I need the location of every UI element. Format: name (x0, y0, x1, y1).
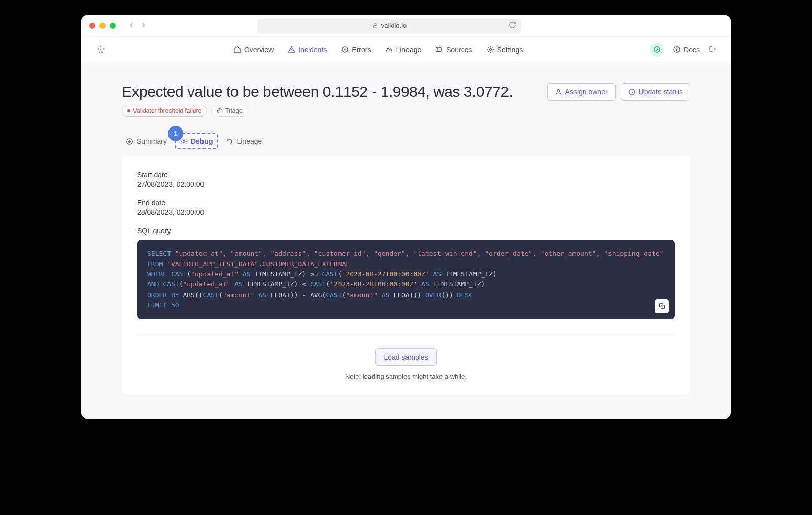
update-status-button[interactable]: Update status (621, 83, 690, 101)
reload-icon[interactable] (509, 21, 516, 30)
tab-lineage[interactable]: Lineage (222, 134, 266, 148)
svg-point-9 (441, 47, 442, 49)
nav-center: Overview Incidents Errors Lineage Source… (233, 46, 523, 54)
badge-failure: Validator threshold failure (122, 105, 207, 117)
debug-panel: Start date 27/08/2023, 02:00:00 End date… (122, 156, 690, 395)
status-indicator[interactable] (650, 43, 664, 57)
callout-badge: 1 (168, 126, 183, 141)
update-status-label: Update status (639, 88, 683, 96)
badge-triage-label: Triage (225, 107, 243, 114)
start-date-label: Start date (137, 171, 675, 179)
plus-circle-icon (126, 138, 133, 145)
nav-overview-label: Overview (244, 46, 274, 54)
badges-row: Validator threshold failure Triage (122, 105, 513, 117)
copy-icon (658, 302, 666, 310)
tab-debug-label: Debug (191, 137, 213, 145)
svg-point-12 (489, 49, 491, 51)
svg-point-6 (101, 51, 103, 53)
clock-icon (628, 88, 636, 96)
svg-point-5 (99, 51, 100, 53)
app-topnav: Overview Incidents Errors Lineage Source… (81, 37, 731, 63)
svg-point-1 (100, 45, 102, 47)
window-titlebar: validio.io (81, 15, 731, 37)
dot-icon (127, 109, 130, 112)
tab-lineage-label: Lineage (236, 137, 262, 145)
header-actions: Assign owner Update status (547, 83, 690, 101)
back-button[interactable] (128, 21, 136, 30)
nav-right: Docs (650, 43, 717, 57)
svg-point-3 (103, 48, 105, 49)
tab-summary[interactable]: Summary (122, 134, 171, 148)
sources-icon (435, 46, 443, 53)
browser-nav-arrows (128, 21, 147, 30)
nav-settings[interactable]: Settings (487, 46, 523, 54)
tab-summary-label: Summary (137, 137, 167, 145)
nav-overview[interactable]: Overview (233, 46, 274, 54)
svg-point-17 (557, 89, 560, 92)
nav-incidents[interactable]: Incidents (288, 46, 327, 54)
lineage-icon (226, 138, 233, 145)
nav-lineage[interactable]: Lineage (385, 46, 421, 54)
end-date-value: 28/08/2023, 02:00:00 (137, 208, 675, 216)
gear-icon (487, 46, 494, 53)
error-icon (341, 46, 349, 53)
clock-icon (217, 108, 223, 114)
badge-failure-label: Validator threshold failure (133, 107, 201, 114)
tab-debug[interactable]: 1 Debug (175, 133, 218, 149)
svg-point-8 (437, 47, 438, 49)
check-icon (653, 46, 661, 53)
nav-sources-label: Sources (446, 46, 472, 54)
info-icon (673, 46, 681, 53)
traffic-lights (89, 23, 116, 29)
svg-point-11 (441, 51, 442, 52)
svg-point-15 (127, 109, 130, 112)
svg-point-4 (100, 49, 102, 50)
lineage-icon (385, 46, 393, 53)
minimize-window[interactable] (99, 23, 106, 29)
assign-owner-button[interactable]: Assign owner (547, 83, 616, 101)
copy-sql-button[interactable] (655, 299, 669, 313)
page-header: Expected value to be between 0.1152 - 1.… (122, 83, 690, 117)
page-title: Expected value to be between 0.1152 - 1.… (122, 83, 513, 101)
svg-point-21 (227, 139, 229, 140)
lock-icon (372, 23, 378, 29)
load-note: Note: loading samples might take a while… (137, 373, 675, 380)
page-content: Expected value to be between 0.1152 - 1.… (81, 63, 731, 419)
browser-window: validio.io Overview Incidents Errors (81, 15, 731, 419)
user-icon (555, 88, 562, 96)
start-date-value: 27/08/2023, 02:00:00 (137, 180, 675, 188)
load-section: Load samples Note: loading samples might… (137, 348, 675, 380)
app-logo[interactable] (95, 44, 107, 55)
sql-label: SQL query (137, 227, 675, 235)
maximize-window[interactable] (110, 23, 116, 29)
end-date-label: End date (137, 199, 675, 207)
detail-tabs: Summary 1 Debug Lineage (122, 133, 690, 149)
close-window[interactable] (89, 23, 95, 29)
home-icon (233, 46, 241, 53)
badge-triage: Triage (211, 105, 248, 117)
nav-incidents-label: Incidents (298, 46, 327, 54)
nav-sources[interactable]: Sources (435, 46, 472, 54)
logout-icon[interactable] (709, 45, 717, 54)
warning-icon (288, 46, 295, 53)
divider (137, 334, 675, 334)
svg-point-20 (183, 140, 185, 142)
nav-settings-label: Settings (497, 46, 523, 54)
nav-docs-label: Docs (684, 46, 700, 54)
nav-lineage-label: Lineage (396, 46, 421, 54)
nav-errors-label: Errors (352, 46, 371, 54)
sql-codeblock: SELECT "updated_at", "amount", "address"… (137, 240, 675, 319)
nav-errors[interactable]: Errors (341, 46, 371, 54)
load-samples-button[interactable]: Load samples (375, 348, 436, 366)
svg-point-10 (437, 51, 438, 52)
nav-docs[interactable]: Docs (673, 46, 700, 54)
assign-owner-label: Assign owner (565, 88, 608, 96)
url-bar[interactable]: validio.io (257, 19, 521, 33)
svg-rect-0 (373, 25, 377, 28)
url-text: validio.io (381, 22, 407, 29)
svg-point-2 (98, 48, 99, 49)
svg-point-22 (231, 143, 232, 144)
forward-button[interactable] (140, 21, 147, 30)
